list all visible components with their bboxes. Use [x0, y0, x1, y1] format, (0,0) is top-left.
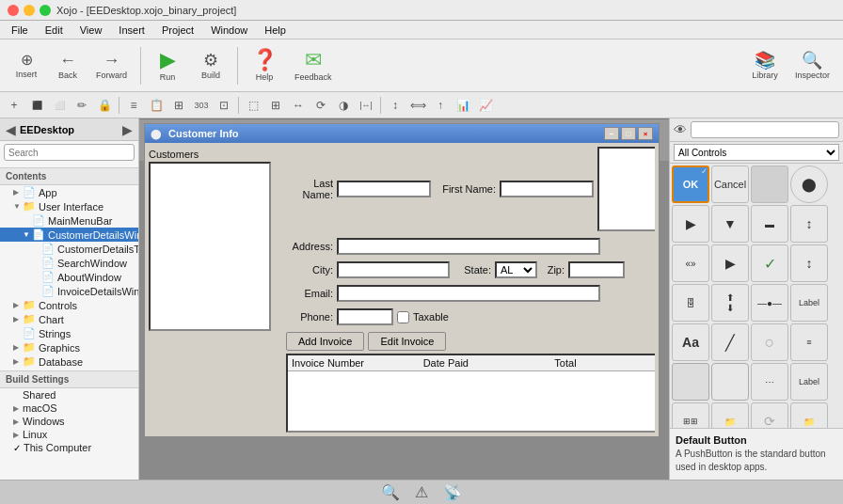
dialog-maximize[interactable]: □ — [621, 127, 636, 140]
tree-item-graphics[interactable]: 📁 Graphics — [0, 340, 138, 354]
grid-ctrl-2[interactable]: ⊞⊞ — [672, 402, 709, 428]
tree-item-ui[interactable]: 📁 User Interface — [0, 199, 138, 213]
controls-bar-btn-21[interactable]: 📈 — [475, 95, 496, 116]
menu-window[interactable]: Window — [203, 23, 255, 38]
zip-input[interactable] — [568, 261, 625, 278]
maximize-button[interactable] — [40, 5, 51, 16]
forward-button[interactable]: → Forward — [90, 50, 133, 82]
tree-arrow-ui[interactable] — [13, 202, 23, 211]
tree-arrow-cdw[interactable] — [23, 230, 32, 239]
minimize-button[interactable] — [24, 5, 35, 16]
controls-bar-btn-16[interactable]: |↔| — [356, 95, 376, 116]
controls-dropdown[interactable]: All Controls — [674, 144, 839, 161]
dialog-titlebar[interactable]: ⬤ Customer Info − □ × — [145, 124, 659, 143]
sidebar-forward[interactable]: ▶ — [122, 122, 133, 137]
dropdown-ctrl[interactable]: ▼ — [711, 205, 749, 243]
textfield-ctrl[interactable]: Aa — [672, 323, 709, 361]
toggle-ctrl[interactable]: ▬ — [751, 205, 788, 243]
cancel-ctrl[interactable]: Cancel — [711, 165, 749, 203]
back-button[interactable]: ← Back — [49, 50, 87, 82]
label-ctrl[interactable]: Label — [790, 284, 828, 322]
tree-item-controls[interactable]: 📁 Controls — [0, 298, 138, 312]
tree-item-shared[interactable]: Shared — [0, 388, 138, 402]
edit-invoice-button[interactable]: Edit Invoice — [368, 332, 446, 351]
controls-bar-btn-5[interactable]: 🔒 — [94, 95, 115, 116]
controls-bar-btn-18[interactable]: ⟺ — [407, 95, 428, 116]
container-ctrl[interactable] — [672, 363, 709, 401]
help-button[interactable]: ❓ Help — [246, 48, 283, 84]
controls-bar-btn-9[interactable]: 303 — [191, 95, 212, 116]
ok-ctrl[interactable]: OK✓ — [672, 165, 709, 203]
eye-button[interactable]: 👁 — [674, 122, 687, 137]
first-name-input[interactable] — [500, 181, 594, 197]
controls-bar-btn-8[interactable]: ⊞ — [168, 95, 189, 116]
chevron-ctrl[interactable]: «» — [672, 244, 709, 282]
last-name-input[interactable] — [337, 181, 431, 197]
checkbox-ctrl[interactable]: ✓ — [751, 244, 788, 282]
tree-item-mainmenubar[interactable]: 📄 MainMenuBar — [0, 213, 138, 228]
tree-arrow-graphics[interactable] — [13, 343, 23, 352]
tree-item-database[interactable]: 📁 Database — [0, 354, 138, 369]
tree-item-chart[interactable]: 📁 Chart — [0, 312, 138, 326]
dialog-close[interactable]: × — [638, 127, 653, 140]
sidebar-search-input[interactable] — [4, 144, 135, 161]
tree-item-windows[interactable]: Windows — [0, 415, 138, 428]
taxable-checkbox[interactable] — [397, 311, 409, 323]
tree-item-macos[interactable]: macOS — [0, 402, 138, 415]
round-ctrl[interactable]: ⬤ — [790, 165, 828, 203]
oval-ctrl[interactable]: ○ — [751, 323, 788, 361]
plain-ctrl[interactable] — [751, 165, 788, 203]
email-input[interactable] — [337, 285, 600, 302]
controls-bar-btn-2[interactable]: ⬛ — [26, 95, 47, 116]
menu-edit[interactable]: Edit — [38, 23, 71, 38]
controls-bar-btn-3[interactable]: ⬜ — [49, 95, 70, 116]
line-ctrl[interactable]: ╱ — [711, 323, 749, 361]
container2-ctrl[interactable] — [711, 363, 749, 401]
warning-icon[interactable]: ⚠ — [415, 483, 428, 501]
controls-bar-btn-14[interactable]: ⟳ — [310, 95, 331, 116]
controls-bar-btn-11[interactable]: ⬚ — [243, 95, 263, 116]
menu-project[interactable]: Project — [154, 23, 201, 38]
controls-bar-btn-1[interactable]: + — [4, 95, 24, 116]
tree-item-thiscomputer[interactable]: ✓ This Computer — [0, 441, 138, 454]
close-button[interactable] — [8, 5, 19, 16]
invoice-table[interactable]: Invoice Number Date Paid Total — [286, 354, 655, 433]
play-ctrl[interactable]: ▶ — [672, 205, 709, 243]
controls-bar-btn-6[interactable]: ≡ — [123, 95, 144, 116]
segment-ctrl[interactable]: ⋯ — [751, 363, 788, 401]
controls-bar-btn-12[interactable]: ⊞ — [265, 95, 286, 116]
tree-item-sw[interactable]: 📄 SearchWindow — [0, 256, 138, 270]
controls-bar-btn-13[interactable]: ↔ — [288, 95, 309, 116]
inspector-button[interactable]: 🔍 Inspector — [789, 50, 835, 82]
controls-bar-btn-20[interactable]: 📊 — [453, 95, 473, 116]
library-button[interactable]: 📚 Library — [746, 50, 784, 82]
tree-arrow-app[interactable] — [13, 188, 23, 197]
controls-bar-btn-4[interactable]: ✏ — [72, 95, 92, 116]
sidebar-back[interactable]: ◀ — [6, 122, 16, 137]
scroll-ctrl[interactable]: ↕ — [790, 205, 828, 243]
tree-arrow-database[interactable] — [13, 357, 23, 366]
menu-view[interactable]: View — [72, 23, 110, 38]
phone-input[interactable] — [337, 308, 393, 325]
slider-ctrl[interactable]: —●— — [751, 284, 788, 322]
tree-item-strings[interactable]: 📄 Strings — [0, 326, 138, 340]
tree-arrow-controls[interactable] — [13, 301, 23, 309]
menu-file[interactable]: File — [4, 23, 36, 38]
search-bottom-icon[interactable]: 🔍 — [381, 483, 400, 501]
file-ctrl[interactable]: 📁 — [711, 402, 749, 428]
scroll2-ctrl[interactable]: ↕ — [790, 244, 828, 282]
dialog-minimize[interactable]: − — [604, 127, 619, 140]
file2-ctrl[interactable]: 📁 — [790, 402, 828, 428]
tree-item-linux[interactable]: Linux — [0, 428, 138, 441]
controls-search-input[interactable] — [691, 121, 839, 138]
customers-list[interactable] — [149, 162, 271, 331]
feedback-button[interactable]: ✉ Feedback — [289, 48, 338, 84]
add-invoice-button[interactable]: Add Invoice — [286, 332, 364, 351]
tree-item-cdt[interactable]: 📄 CustomerDetailsToolbar — [0, 242, 138, 256]
db-ctrl[interactable]: 🗄 — [672, 284, 709, 322]
controls-bar-btn-7[interactable]: 📋 — [146, 95, 167, 116]
controls-bar-btn-17[interactable]: ↕ — [385, 95, 406, 116]
menu-insert[interactable]: Insert — [111, 23, 152, 38]
controls-bar-btn-19[interactable]: ↑ — [430, 95, 451, 116]
city-input[interactable] — [337, 261, 450, 278]
